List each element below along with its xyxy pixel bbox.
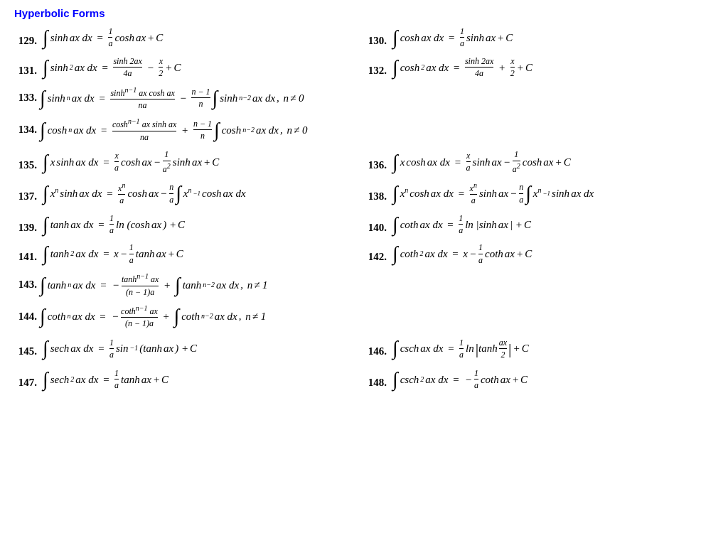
formula-139: 139. ∫ tanh ax dx = 1 a ln (cosh ax) + C: [14, 213, 364, 236]
formula-132: 132. ∫ cosh2 ax dx = sinh 2ax 4a + x 2 +…: [364, 56, 714, 79]
formula-136: 136. ∫ x cosh ax dx = x a sinh ax − 1 a2…: [364, 149, 714, 174]
formula-141: 141. ∫ tanh2 ax dx = x − 1 a tanh ax + C: [14, 242, 364, 265]
row-131-132: 131. ∫ sinh2 ax dx = sinh 2ax 4a − x 2 +…: [14, 56, 714, 79]
formula-138: 138. ∫ xn cosh ax dx = xn a sinh ax − n …: [364, 181, 714, 206]
formula-131: 131. ∫ sinh2 ax dx = sinh 2ax 4a − x 2 +…: [14, 56, 364, 79]
row-129-130: 129. ∫ sinh ax dx = 1 a cosh ax + C 130.…: [14, 26, 714, 49]
formulas-container: 129. ∫ sinh ax dx = 1 a cosh ax + C 130.…: [14, 26, 714, 398]
row-137-138: 137. ∫ xn sinh ax dx = xn a cosh ax − n …: [14, 181, 714, 206]
formula-147: 147. ∫ sech2 ax dx = 1 a tanh ax + C: [14, 368, 364, 391]
formula-134: 134. ∫ coshn ax dx = coshn−1 ax sinh ax …: [14, 117, 714, 142]
formula-148: 148. ∫ csch2 ax dx = − 1 a coth ax + C: [364, 368, 714, 391]
formula-146: 146. ∫ csch ax dx = 1 a ln | tanh ax 2: [364, 336, 714, 361]
formula-143: 143. ∫ tanhn ax dx = − tanhn−1 ax (n − 1…: [14, 272, 714, 297]
row-147-148: 147. ∫ sech2 ax dx = 1 a tanh ax + C 148…: [14, 368, 714, 391]
formula-145: 145. ∫ sech ax dx = 1 a sin−1 (tanh ax) …: [14, 338, 364, 360]
formula-135: 135. ∫ x sinh ax dx = x a cosh ax − 1 a2…: [14, 149, 364, 174]
formula-137: 137. ∫ xn sinh ax dx = xn a cosh ax − n …: [14, 181, 364, 206]
formula-144: 144. ∫ cothn ax dx = − cothn−1 ax (n − 1…: [14, 304, 714, 329]
formula-133: 133. ∫ sinhn ax dx = sinhn−1 ax cosh ax …: [14, 86, 714, 111]
formula-129: 129. ∫ sinh ax dx = 1 a cosh ax + C: [14, 26, 364, 49]
formula-130: 130. ∫ cosh ax dx = 1 a sinh ax + C: [364, 26, 714, 49]
row-139-140: 139. ∫ tanh ax dx = 1 a ln (cosh ax) + C…: [14, 213, 714, 236]
formula-140: 140. ∫ coth ax dx = 1 a ln |sinh ax| + C: [364, 213, 714, 236]
row-135-136: 135. ∫ x sinh ax dx = x a cosh ax − 1 a2…: [14, 149, 714, 174]
row-145-146: 145. ∫ sech ax dx = 1 a sin−1 (tanh ax) …: [14, 336, 714, 361]
page-title: Hyperbolic Forms: [14, 7, 714, 19]
formula-142: 142. ∫ coth2 ax dx = x − 1 a coth ax + C: [364, 242, 714, 265]
row-141-142: 141. ∫ tanh2 ax dx = x − 1 a tanh ax + C…: [14, 242, 714, 265]
